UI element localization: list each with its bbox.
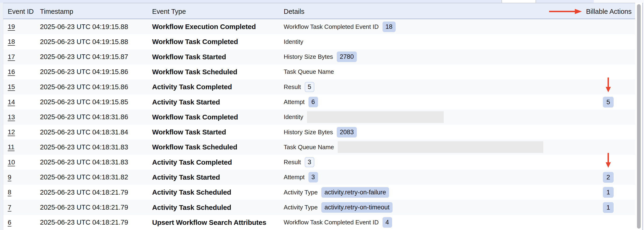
billable-actions-cell: 1 [594, 200, 623, 215]
detail-label: History Size Bytes [284, 129, 333, 136]
event-id-cell: 13 [8, 109, 38, 125]
billable-actions-cell [594, 34, 623, 49]
event-id-link[interactable]: 10 [8, 159, 15, 166]
event-id-link[interactable]: 17 [8, 53, 15, 61]
details-cell: History Size Bytes 2780 [284, 49, 588, 64]
details-cell: Workflow Task Completed Event ID 18 [284, 19, 588, 34]
redacted-value [338, 141, 543, 153]
event-history-table: Event ID Timestamp Event Type Details Bi… [3, 3, 635, 230]
vertical-scrollbar-thumb[interactable] [637, 4, 641, 228]
details-cell: Identity [284, 34, 588, 49]
event-id-link[interactable]: 11 [8, 143, 14, 151]
event-id-link[interactable]: 19 [8, 23, 15, 31]
detail-label: Result [284, 159, 301, 166]
billable-actions-cell [594, 155, 623, 170]
page-left-gutter [0, 3, 3, 230]
billable-actions-badge: 2 [603, 172, 614, 183]
event-id-link[interactable]: 14 [8, 98, 15, 106]
table-row[interactable]: 14 2025-06-23 UTC 04:19:15.85 Activity T… [3, 94, 635, 109]
event-type-text: Workflow Execution Completed [152, 19, 283, 34]
event-id-cell: 16 [8, 64, 38, 79]
event-id-cell: 9 [8, 170, 38, 185]
table-row[interactable]: 12 2025-06-23 UTC 04:18:31.84 Workflow T… [3, 125, 635, 140]
table-row[interactable]: 15 2025-06-23 UTC 04:19:15.86 Activity T… [3, 79, 635, 94]
detail-value-badge: 5 [305, 82, 314, 92]
event-type-text: Workflow Task Scheduled [152, 64, 283, 79]
detail-value-badge: 6 [308, 97, 318, 107]
details-cell: Task Queue Name [284, 140, 588, 155]
red-arrow-down-annotation [605, 77, 612, 92]
event-id-cell: 19 [8, 19, 38, 34]
table-row[interactable]: 19 2025-06-23 UTC 04:19:15.88 Workflow E… [3, 19, 635, 34]
red-arrow-right-annotation [549, 8, 582, 15]
billable-actions-cell [594, 215, 623, 230]
detail-value-badge: 4 [382, 217, 392, 228]
table-row[interactable]: 7 2025-06-23 UTC 04:18:21.79 Activity Ta… [3, 200, 635, 215]
timestamp-text: 2025-06-23 UTC 04:18:21.79 [40, 185, 150, 200]
billable-actions-cell: 2 [594, 170, 623, 185]
timestamp-text: 2025-06-23 UTC 04:18:31.83 [40, 155, 150, 170]
column-header-timestamp: Timestamp [40, 3, 73, 20]
detail-label: Workflow Task Completed Event ID [284, 23, 379, 31]
timestamp-text: 2025-06-23 UTC 04:18:31.84 [40, 125, 150, 140]
event-type-text: Activity Task Scheduled [152, 185, 283, 200]
event-id-link[interactable]: 16 [8, 68, 15, 76]
timestamp-text: 2025-06-23 UTC 04:19:15.86 [40, 64, 150, 79]
details-cell: Result 5 [284, 79, 588, 94]
event-id-link[interactable]: 15 [8, 83, 15, 91]
timestamp-text: 2025-06-23 UTC 04:18:31.83 [40, 140, 150, 155]
table-row[interactable]: 9 2025-06-23 UTC 04:18:31.82 Activity Ta… [3, 170, 635, 185]
event-id-cell: 18 [8, 34, 38, 49]
event-id-link[interactable]: 12 [8, 128, 15, 136]
event-id-link[interactable]: 8 [8, 189, 12, 196]
details-cell: Workflow Task Completed Event ID 4 [284, 215, 588, 230]
detail-value-badge: 3 [308, 172, 318, 182]
detail-value-badge: 3 [305, 157, 314, 167]
detail-value-badge: activity.retry-on-timeout [321, 202, 392, 213]
table-row[interactable]: 8 2025-06-23 UTC 04:18:21.79 Activity Ta… [3, 185, 635, 200]
table-row[interactable]: 11 2025-06-23 UTC 04:18:31.83 Workflow T… [3, 140, 635, 155]
event-id-link[interactable]: 9 [8, 174, 12, 181]
details-cell: Result 3 [284, 155, 588, 170]
event-id-link[interactable]: 7 [8, 204, 12, 211]
event-id-cell: 14 [8, 94, 38, 109]
column-header-billable-actions: Billable Actions [586, 3, 632, 20]
event-type-text: Upsert Workflow Search Attributes [152, 215, 283, 230]
table-row[interactable]: 6 2025-06-23 UTC 04:18:21.79 Upsert Work… [3, 215, 635, 230]
table-row[interactable]: 16 2025-06-23 UTC 04:19:15.86 Workflow T… [3, 64, 635, 79]
detail-label: Identity [284, 38, 303, 45]
event-type-text: Workflow Task Started [152, 49, 283, 64]
table-row[interactable]: 10 2025-06-23 UTC 04:18:31.83 Activity T… [3, 155, 635, 170]
event-id-cell: 8 [8, 185, 38, 200]
column-header-event-type: Event Type [152, 3, 186, 20]
table-row[interactable]: 13 2025-06-23 UTC 04:18:31.86 Workflow T… [3, 109, 635, 125]
event-id-link[interactable]: 6 [8, 219, 12, 226]
event-id-link[interactable]: 18 [8, 38, 15, 45]
billable-actions-cell [594, 125, 623, 140]
event-type-text: Workflow Task Completed [152, 34, 283, 49]
table-row[interactable]: 17 2025-06-23 UTC 04:19:15.87 Workflow T… [3, 49, 635, 64]
toolbar-edge-strip [0, 0, 644, 3]
detail-label: Identity [284, 113, 303, 121]
table-row[interactable]: 18 2025-06-23 UTC 04:19:15.88 Workflow T… [3, 34, 635, 49]
event-id-link[interactable]: 13 [8, 113, 15, 121]
right-panel-divider [642, 3, 643, 230]
event-id-cell: 6 [8, 215, 38, 230]
details-cell: History Size Bytes 2083 [284, 125, 588, 140]
billable-actions-badge: 5 [603, 97, 614, 107]
detail-label: History Size Bytes [284, 53, 333, 60]
event-type-text: Workflow Task Scheduled [152, 140, 283, 155]
billable-actions-cell [594, 109, 623, 125]
details-cell: Task Queue Name [284, 64, 588, 79]
timestamp-text: 2025-06-23 UTC 04:19:15.87 [40, 49, 150, 64]
detail-label: Attempt [284, 174, 305, 181]
detail-label: Attempt [284, 98, 305, 106]
timestamp-text: 2025-06-23 UTC 04:19:15.88 [40, 19, 150, 34]
event-type-text: Activity Task Scheduled [152, 200, 283, 215]
detail-label: Activity Type [284, 189, 318, 196]
billable-actions-cell [594, 19, 623, 34]
event-id-cell: 17 [8, 49, 38, 64]
toolbar-edge-segment-light [594, 0, 644, 3]
detail-value-badge: activity.retry-on-failure [321, 187, 389, 198]
event-type-text: Activity Task Completed [152, 79, 283, 94]
